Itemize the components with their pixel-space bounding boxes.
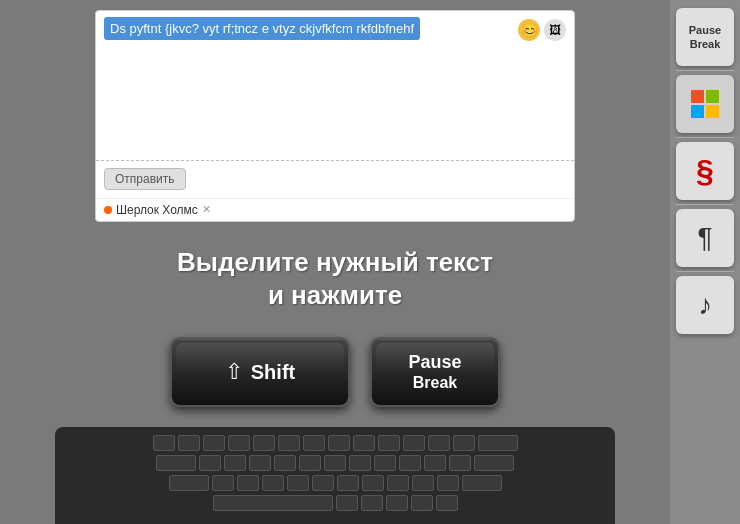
chat-input-area: Отправить	[96, 160, 574, 198]
kb-key	[169, 475, 209, 491]
paragraph-symbol: ¶	[697, 222, 712, 254]
kb-key	[228, 435, 250, 451]
kb-key	[403, 435, 425, 451]
kb-key	[178, 435, 200, 451]
recipient-close-icon[interactable]: ✕	[202, 203, 211, 216]
kb-key	[362, 475, 384, 491]
pause-label: Pause	[408, 352, 461, 374]
kb-key	[411, 495, 433, 511]
kb-key	[312, 475, 334, 491]
kb-key	[361, 495, 383, 511]
kb-space-key	[213, 495, 333, 511]
kb-key	[428, 435, 450, 451]
kb-key	[353, 435, 375, 451]
kb-key	[153, 435, 175, 451]
kb-key	[249, 455, 271, 471]
emoji-icons: 😊 🖼	[518, 19, 566, 41]
kb-key	[337, 475, 359, 491]
section-symbol: §	[696, 153, 714, 190]
recipient-name: Шерлок Холмс	[116, 203, 198, 217]
kb-key	[262, 475, 284, 491]
kb-key	[349, 455, 371, 471]
kb-key	[199, 455, 221, 471]
kb-key	[462, 475, 502, 491]
music-symbol: ♪	[698, 289, 712, 321]
emoji-smile-icon: 😊	[518, 19, 540, 41]
kb-key	[253, 435, 275, 451]
chat-body: 😊 🖼 Ds pyftnt {jkvc? vyt rf;tncz e vtyz …	[96, 11, 574, 160]
kb-key	[412, 475, 434, 491]
instruction-line2: и нажмите	[177, 279, 493, 313]
kb-key	[449, 455, 471, 471]
kb-key	[299, 455, 321, 471]
kb-key	[478, 435, 518, 451]
kb-key	[224, 455, 246, 471]
kb-key	[474, 455, 514, 471]
kb-key	[378, 435, 400, 451]
shift-label: Shift	[251, 361, 295, 384]
shift-key[interactable]: ⇧ Shift	[170, 337, 350, 407]
win-quad-green	[706, 90, 719, 103]
kb-key	[336, 495, 358, 511]
selected-text: Ds pyftnt {jkvc? vyt rf;tncz e vtyz ckjv…	[104, 17, 420, 40]
kb-key	[374, 455, 396, 471]
kb-key	[287, 475, 309, 491]
kb-key	[303, 435, 325, 451]
keys-area: ⇧ Shift Pause Break	[170, 337, 500, 407]
sidebar-windows-button[interactable]	[676, 75, 734, 133]
emoji-extra-icon: 🖼	[544, 19, 566, 41]
kb-key	[278, 435, 300, 451]
pause-break-key[interactable]: Pause Break	[370, 337, 500, 407]
win-quad-blue	[691, 105, 704, 118]
keyboard-row-3	[63, 475, 607, 491]
recipient-status-dot	[104, 206, 112, 214]
instruction-text: Выделите нужный текст и нажмите	[177, 246, 493, 314]
send-button[interactable]: Отправить	[104, 168, 186, 190]
kb-key	[328, 435, 350, 451]
kb-key	[274, 455, 296, 471]
kb-key	[237, 475, 259, 491]
kb-key	[436, 495, 458, 511]
kb-key	[399, 455, 421, 471]
kb-key	[424, 455, 446, 471]
keyboard-image	[55, 427, 615, 524]
instruction-line1: Выделите нужный текст	[177, 246, 493, 280]
keyboard-row-2	[63, 455, 607, 471]
sidebar-break-label: Break	[690, 37, 721, 51]
kb-key	[387, 475, 409, 491]
sidebar-divider-1	[676, 70, 734, 71]
kb-key	[212, 475, 234, 491]
windows-logo-icon	[691, 90, 719, 118]
sidebar-divider-3	[676, 204, 734, 205]
sidebar-pause-label: Pause	[689, 23, 721, 37]
sidebar-pause-break-button[interactable]: Pause Break	[676, 8, 734, 66]
kb-key	[324, 455, 346, 471]
kb-key	[437, 475, 459, 491]
sidebar-divider-2	[676, 137, 734, 138]
kb-key	[156, 455, 196, 471]
win-quad-red	[691, 90, 704, 103]
sidebar-section-button[interactable]: §	[676, 142, 734, 200]
chat-recipient: Шерлок Холмс ✕	[96, 198, 574, 221]
break-label: Break	[413, 374, 457, 392]
keyboard-row-1	[63, 435, 607, 451]
main-area: 😊 🖼 Ds pyftnt {jkvc? vyt rf;tncz e vtyz …	[0, 0, 670, 524]
right-sidebar: Pause Break § ¶ ♪	[670, 0, 740, 524]
sidebar-paragraph-button[interactable]: ¶	[676, 209, 734, 267]
shift-arrow-icon: ⇧	[225, 359, 243, 385]
chat-window: 😊 🖼 Ds pyftnt {jkvc? vyt rf;tncz e vtyz …	[95, 10, 575, 222]
keyboard-row-4	[63, 495, 607, 511]
kb-key	[386, 495, 408, 511]
win-quad-yellow	[706, 105, 719, 118]
kb-key	[453, 435, 475, 451]
sidebar-music-button[interactable]: ♪	[676, 276, 734, 334]
sidebar-divider-4	[676, 271, 734, 272]
kb-key	[203, 435, 225, 451]
